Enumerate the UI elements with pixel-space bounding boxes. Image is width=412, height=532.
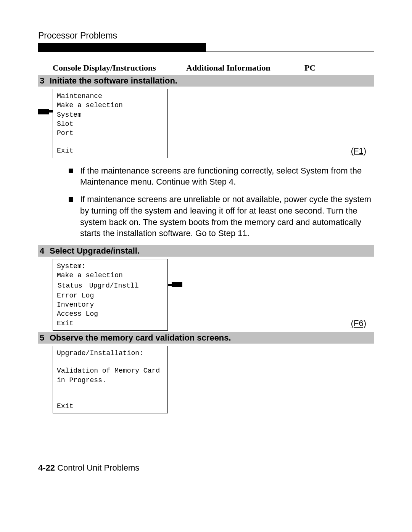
arrow-left-icon (38, 89, 53, 146)
step-5-bar: 5 Observe the memory card validation scr… (38, 332, 374, 344)
console2-status: Status (58, 281, 89, 290)
header-rule (38, 51, 374, 51)
console1-exit: Exit (57, 146, 164, 155)
col-header-additional: Additional Information (186, 63, 304, 73)
console-area-2: System: Make a selection Status Upgrd/In… (38, 259, 374, 331)
pc-key-f1: (F1) (351, 146, 366, 156)
pc-key-f6: (F6) (351, 318, 366, 328)
col-header-pc: PC (304, 63, 335, 73)
console3-line3: in Progress. (57, 376, 164, 385)
console-box-2: System: Make a selection Status Upgrd/In… (53, 259, 168, 331)
console-area-3: Upgrade/Installation: Validation of Memo… (38, 346, 374, 413)
console1-line1: Maintenance (57, 92, 164, 101)
console-area-1: Maintenance Make a selection System Slot… (38, 89, 374, 158)
bullet-1: If the maintenance screens are functioni… (69, 165, 374, 188)
step-3-num: 3 (40, 76, 50, 86)
square-bullet-icon (69, 197, 73, 202)
console1-line4: Slot (57, 119, 164, 129)
console1-line2: Make a selection (57, 101, 164, 110)
bullet-2-text: If maintenance screens are unreliable or… (80, 194, 374, 239)
console1-line5: Port (57, 129, 164, 138)
console2-line4: Error Log (57, 291, 164, 300)
bullet-1-text: If the maintenance screens are functioni… (80, 165, 374, 188)
console2-line5: Inventory (57, 300, 164, 309)
console3-line2: Validation of Memory Card (57, 366, 164, 375)
page-footer: 4-22 Control Unit Problems (38, 463, 374, 473)
console-box-3: Upgrade/Installation: Validation of Memo… (53, 346, 168, 413)
header-title: Processor Problems (38, 31, 374, 41)
col-header-console: Console Display/Instructions (53, 63, 186, 73)
bullets-block: If the maintenance screens are functioni… (69, 165, 374, 239)
arrow-right-icon (168, 259, 183, 324)
bullet-2: If maintenance screens are unreliable or… (69, 194, 374, 239)
step-4-title: Select Upgrade/install. (50, 246, 140, 256)
step-3-title: Initiate the software installation. (50, 76, 177, 86)
console2-exit: Exit (57, 319, 164, 328)
console3-exit: Exit (57, 402, 164, 411)
console3-line1: Upgrade/Installation: (57, 349, 164, 358)
step-5-title: Observe the memory card validation scree… (50, 333, 231, 343)
console2-upgrd: Upgrd/Instll (89, 281, 145, 290)
console2-line6: Access Log (57, 309, 164, 318)
square-bullet-icon (69, 169, 73, 173)
console2-line1: System: (57, 262, 164, 271)
step-4-bar: 4 Select Upgrade/install. (38, 245, 374, 257)
step-3-bar: 3 Initiate the software installation. (38, 75, 374, 87)
step-4-num: 4 (40, 246, 50, 256)
footer-page-num: 4-22 (38, 463, 55, 473)
console2-line2: Make a selection (57, 271, 164, 280)
step-5-num: 5 (40, 333, 50, 343)
console1-line3: System (57, 110, 164, 119)
footer-section: Control Unit Problems (55, 463, 139, 473)
console-box-1: Maintenance Make a selection System Slot… (53, 89, 168, 158)
column-headers: Console Display/Instructions Additional … (53, 63, 374, 73)
